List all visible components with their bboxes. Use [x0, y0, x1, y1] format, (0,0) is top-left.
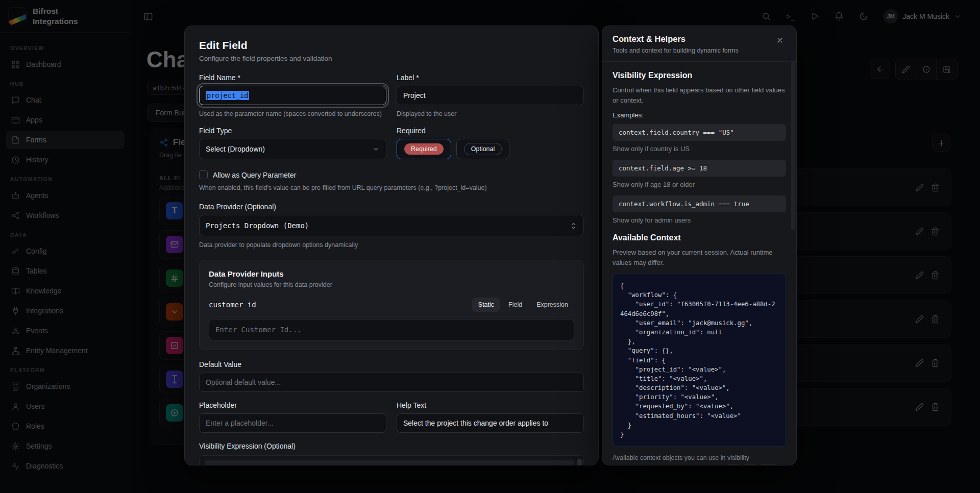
optional-badge: Optional [464, 143, 502, 155]
context-helpers-panel: Context & Helpers Tools and context for … [602, 26, 797, 465]
optional-option-button[interactable]: Optional [456, 139, 510, 159]
modal-subtitle: Configure the field properties and valid… [199, 55, 584, 62]
selected-text: project_id [206, 91, 249, 100]
required-badge: Required [404, 143, 444, 155]
edit-field-modal: Edit Field Configure the field propertie… [184, 26, 599, 465]
data-provider-label: Data Provider (Optional) [199, 203, 584, 211]
operator-chip: && [727, 464, 740, 465]
input-mode-tabs: Static Field Expression [472, 298, 574, 312]
provider-input-param: customer_id [209, 301, 256, 309]
provider-inputs-title: Data Provider Inputs [209, 269, 574, 278]
editor-active-line [205, 460, 574, 465]
tab-static[interactable]: Static [472, 298, 500, 312]
context-json-preview: { "workflow": { "user_id": "f63005f0-711… [612, 274, 786, 447]
example-caption: Show only if age 18 or older [612, 181, 786, 188]
editor-scrollbar[interactable] [577, 459, 582, 465]
example-code: context.field.age >= 18 [612, 160, 786, 177]
provider-inputs-subtitle: Configure input values for this data pro… [209, 281, 574, 288]
helper-subtitle: Tools and context for building dynamic f… [612, 47, 739, 54]
visibility-expression-label: Visibility Expression (Optional) [199, 442, 584, 450]
data-provider-help: Data provider to populate dropdown optio… [199, 240, 584, 250]
context-section-description: Preview based on your current session. A… [612, 248, 786, 267]
customer-id-input[interactable] [209, 319, 574, 340]
default-value-input[interactable] [199, 373, 584, 392]
help-text-label: Help Text [397, 401, 584, 409]
label-field-help: Displayed to the user [397, 109, 584, 118]
data-provider-select[interactable]: Projects Dropdown (Demo) [199, 215, 584, 236]
field-type-select[interactable]: Select (Dropdown) [199, 139, 386, 159]
query-param-help: When enabled, this field's value can be … [199, 183, 584, 192]
data-provider-inputs-card: Data Provider Inputs Configure input val… [199, 260, 584, 350]
operator-chip: || [743, 464, 756, 465]
query-param-label[interactable]: Allow as Query Parameter [213, 171, 296, 179]
label-field-label: Label * [397, 73, 584, 82]
required-option-button[interactable]: Required [397, 139, 451, 159]
context-section-title: Available Context [612, 233, 786, 242]
examples-label: Examples: [612, 111, 786, 119]
help-text-input[interactable] [397, 413, 584, 433]
modal-title: Edit Field [199, 39, 584, 52]
edit-field-dialog: Edit Field Configure the field propertie… [184, 26, 797, 465]
label-input[interactable] [397, 86, 584, 105]
helper-title: Context & Helpers [612, 34, 739, 44]
field-type-label: Field Type [199, 127, 386, 135]
operator-chip: === [760, 464, 777, 465]
chevron-down-icon [372, 145, 380, 153]
field-name-label: Field Name * [199, 73, 386, 82]
example-caption: Show only for admin users [612, 216, 786, 224]
visibility-section-description: Control when this field appears based on… [612, 85, 786, 105]
example-code: context.field.country === "US" [612, 124, 786, 141]
required-label: Required [397, 127, 584, 135]
close-icon[interactable] [774, 34, 786, 46]
helper-scrollbar[interactable] [791, 62, 795, 230]
chevrons-up-down-icon [570, 222, 577, 230]
tab-expression[interactable]: Expression [530, 298, 574, 312]
visibility-expression-editor[interactable] [199, 455, 584, 465]
example-code: context.workflow.is_admin === true [612, 195, 786, 212]
field-name-input[interactable]: project_id [199, 86, 386, 105]
field-name-help: Used as the parameter name (spaces conve… [199, 109, 386, 118]
query-param-checkbox[interactable] [199, 170, 208, 179]
visibility-section-title: Visibility Expression [612, 71, 786, 80]
context-footnote: Available context objects you can use in… [612, 453, 786, 465]
placeholder-input[interactable] [199, 413, 386, 433]
tab-field[interactable]: Field [502, 298, 528, 312]
placeholder-label: Placeholder [199, 401, 386, 409]
example-caption: Show only if country is US [612, 145, 786, 153]
default-value-label: Default Value [199, 360, 584, 368]
